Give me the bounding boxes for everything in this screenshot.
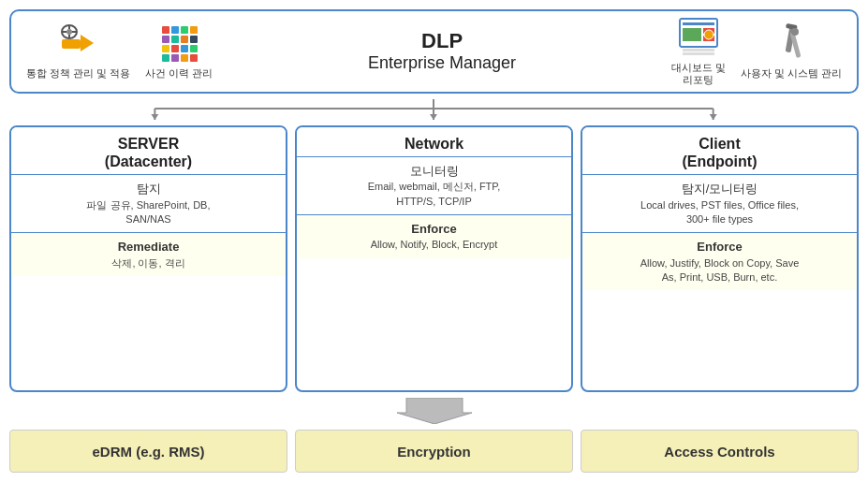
svg-marker-42 <box>430 114 437 120</box>
svg-rect-18 <box>181 45 188 52</box>
edrm-item: eDRM (e.g. RMS) <box>9 430 287 473</box>
network-remediate: Enforce Allow, Notify, Block, Encrypt <box>297 215 571 258</box>
svg-rect-17 <box>171 45 179 52</box>
svg-rect-14 <box>181 36 188 43</box>
server-detect: 탐지 파일 공유, SharePoint, DB,SAN/NAS <box>11 175 286 233</box>
network-detect-detail: Email, webmail, 메신저, FTP,HTTP/S, TCP/IP <box>304 180 564 209</box>
policy-label: 통합 정책 관리 및 적용 <box>26 67 130 80</box>
svg-rect-11 <box>190 26 198 34</box>
svg-rect-26 <box>683 28 701 41</box>
dashboard-icon-group: 대시보드 및리포팅 <box>671 17 726 86</box>
connector-svg <box>9 99 859 120</box>
svg-rect-12 <box>162 36 169 43</box>
network-detect-title: 모니터링 <box>304 163 564 180</box>
svg-rect-20 <box>162 54 169 62</box>
incident-icon <box>158 22 199 64</box>
svg-rect-21 <box>171 54 179 62</box>
server-col-header: SERVER(Datacenter) <box>11 127 286 175</box>
network-col-header: Network <box>297 127 571 157</box>
svg-rect-10 <box>181 26 188 34</box>
policy-icon <box>58 22 99 64</box>
svg-rect-16 <box>162 45 169 52</box>
server-remediate: Remediate 삭제, 이동, 격리 <box>11 233 286 276</box>
svg-rect-25 <box>683 22 714 25</box>
incident-label: 사건 이력 관리 <box>145 67 213 80</box>
big-arrow-section <box>9 398 859 424</box>
client-detect-title: 탐지/모니터링 <box>590 181 849 197</box>
server-remediate-title: Remediate <box>19 239 278 256</box>
encryption-item: Encryption <box>295 430 573 473</box>
server-column: SERVER(Datacenter) 탐지 파일 공유, SharePoint,… <box>9 125 287 392</box>
big-arrow-svg <box>397 398 472 424</box>
svg-rect-0 <box>62 39 81 49</box>
svg-rect-22 <box>181 54 188 62</box>
client-remediate: Enforce Allow, Justify, Block on Copy, S… <box>582 233 857 290</box>
svg-rect-29 <box>683 49 714 51</box>
svg-point-31 <box>704 30 714 39</box>
network-column: Network 모니터링 Email, webmail, 메신저, FTP,HT… <box>295 125 573 392</box>
svg-marker-1 <box>81 35 94 51</box>
svg-marker-43 <box>710 114 717 120</box>
svg-rect-23 <box>190 54 198 62</box>
dashboard-label: 대시보드 및리포팅 <box>671 62 726 86</box>
header-center: DLP Enterprise Manager <box>213 29 670 74</box>
main-container: 통합 정책 관리 및 적용 <box>0 0 868 482</box>
network-title: Network <box>405 136 463 152</box>
dashboard-svg <box>678 17 719 58</box>
network-remediate-title: Enforce <box>304 221 564 238</box>
policy-icon-group: 통합 정책 관리 및 적용 <box>26 22 130 80</box>
client-remediate-detail: Allow, Justify, Block on Copy, SaveAs, P… <box>590 256 849 285</box>
svg-rect-8 <box>162 26 169 34</box>
admin-svg <box>771 22 812 64</box>
access-controls-item: Access Controls <box>581 430 859 473</box>
bottom-row: eDRM (e.g. RMS) Encryption Access Contro… <box>9 430 859 473</box>
server-title: SERVER(Datacenter) <box>105 136 192 169</box>
header-left-icons: 통합 정책 관리 및 적용 <box>26 22 213 80</box>
client-detect-detail: Local drives, PST files, Office files,30… <box>590 198 849 227</box>
server-remediate-detail: 삭제, 이동, 격리 <box>19 256 278 270</box>
svg-rect-15 <box>190 36 198 43</box>
svg-rect-13 <box>171 36 179 43</box>
svg-point-35 <box>791 28 799 36</box>
svg-marker-44 <box>397 398 472 424</box>
header-title-line2: Enterprise Manager <box>213 53 670 74</box>
svg-rect-19 <box>190 45 198 52</box>
admin-label: 사용자 및 시스템 관리 <box>741 67 842 80</box>
client-column: Client(Endpoint) 탐지/모니터링 Local drives, P… <box>581 125 859 392</box>
header-right-icons: 대시보드 및리포팅 사용자 및 시스템 관리 <box>671 17 842 86</box>
svg-rect-30 <box>683 52 714 55</box>
client-remediate-title: Enforce <box>590 239 849 256</box>
admin-icon-group: 사용자 및 시스템 관리 <box>741 22 842 80</box>
server-detect-detail: 파일 공유, SharePoint, DB,SAN/NAS <box>19 198 278 227</box>
client-detect: 탐지/모니터링 Local drives, PST files, Office … <box>582 175 857 233</box>
connector-section <box>9 99 859 120</box>
client-title: Client(Endpoint) <box>683 136 758 169</box>
header-title-line1: DLP <box>213 29 670 53</box>
incident-icon-group: 사건 이력 관리 <box>145 22 213 80</box>
dashboard-icon <box>678 17 719 58</box>
svg-point-7 <box>66 29 72 35</box>
header-box: 통합 정책 관리 및 적용 <box>9 9 859 94</box>
three-columns: SERVER(Datacenter) 탐지 파일 공유, SharePoint,… <box>9 125 859 392</box>
client-col-header: Client(Endpoint) <box>582 127 857 175</box>
svg-rect-9 <box>171 26 179 34</box>
network-detect: 모니터링 Email, webmail, 메신저, FTP,HTTP/S, TC… <box>297 157 571 215</box>
svg-marker-41 <box>151 114 158 120</box>
server-detect-title: 탐지 <box>19 181 278 197</box>
admin-icon <box>771 22 812 64</box>
network-remediate-detail: Allow, Notify, Block, Encrypt <box>304 238 564 252</box>
incident-svg <box>158 22 199 64</box>
policy-svg <box>58 22 99 64</box>
